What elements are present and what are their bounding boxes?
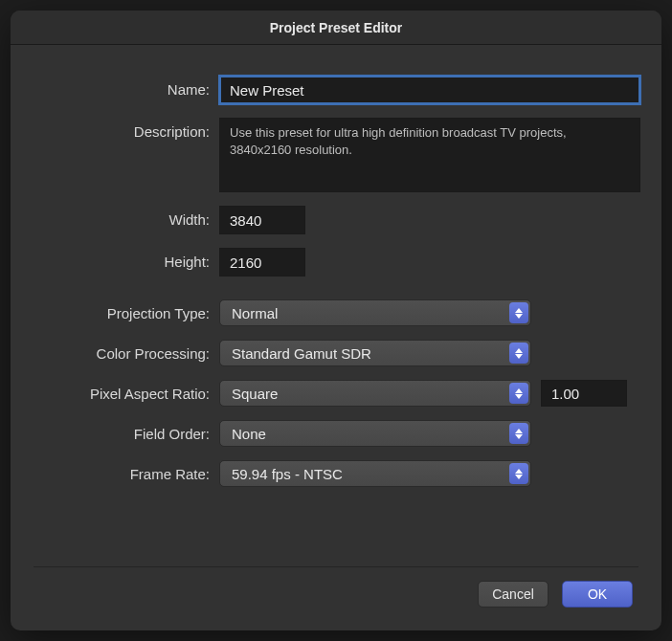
cancel-button-label: Cancel: [492, 586, 534, 602]
pixel-aspect-ratio-value: Square: [232, 386, 278, 402]
svg-marker-1: [515, 314, 523, 319]
description-textarea[interactable]: Use this preset for ultra high definitio…: [219, 118, 640, 192]
field-order-value: None: [232, 426, 266, 442]
label-name: Name:: [34, 76, 219, 98]
dialog-content: Name: Description: Use this preset for u…: [11, 45, 661, 630]
field-width: [219, 206, 638, 234]
svg-marker-6: [515, 429, 523, 433]
updown-icon: [509, 383, 528, 404]
svg-marker-9: [515, 475, 523, 479]
pixel-aspect-value-display[interactable]: 1.00: [541, 380, 627, 407]
label-height: Height:: [34, 248, 219, 270]
divider: [34, 566, 638, 567]
updown-icon: [509, 423, 528, 444]
projection-type-value: Normal: [232, 305, 278, 321]
dialog-footer: Cancel OK: [34, 581, 638, 615]
ok-button-label: OK: [588, 586, 607, 602]
updown-icon: [509, 302, 528, 323]
field-projection-type: Normal: [219, 299, 638, 326]
name-input[interactable]: [219, 76, 640, 104]
label-field-order: Field Order:: [34, 420, 219, 442]
svg-marker-3: [515, 354, 523, 359]
label-description: Description:: [34, 118, 219, 140]
projection-type-select[interactable]: Normal: [219, 299, 531, 326]
updown-icon: [509, 463, 528, 484]
dialog-window: Project Preset Editor Name: Description:…: [11, 11, 661, 630]
row-name: Name:: [34, 76, 638, 104]
height-input[interactable]: [219, 248, 305, 276]
svg-marker-8: [515, 469, 523, 474]
label-pixel-aspect-ratio: Pixel Aspect Ratio:: [34, 380, 219, 402]
field-color-processing: Standard Gamut SDR: [219, 340, 638, 366]
row-color-processing: Color Processing: Standard Gamut SDR: [34, 340, 638, 366]
label-frame-rate: Frame Rate:: [34, 460, 219, 482]
form: Name: Description: Use this preset for u…: [34, 76, 638, 551]
updown-icon: [509, 343, 528, 364]
window-title: Project Preset Editor: [270, 20, 403, 35]
row-projection-type: Projection Type: Normal: [34, 299, 638, 326]
label-color-processing: Color Processing:: [34, 340, 219, 362]
pixel-aspect-ratio-select[interactable]: Square: [219, 380, 531, 407]
svg-marker-2: [515, 348, 523, 353]
row-pixel-aspect-ratio: Pixel Aspect Ratio: Square 1.00: [34, 380, 638, 407]
field-frame-rate: 59.94 fps - NTSC: [219, 460, 638, 487]
row-description: Description: Use this preset for ultra h…: [34, 118, 638, 192]
frame-rate-select[interactable]: 59.94 fps - NTSC: [219, 460, 531, 487]
row-field-order: Field Order: None: [34, 420, 638, 447]
pixel-aspect-value: 1.00: [551, 386, 579, 402]
width-input[interactable]: [219, 206, 305, 234]
frame-rate-value: 59.94 fps - NTSC: [232, 466, 343, 482]
label-width: Width:: [34, 206, 219, 228]
color-processing-select[interactable]: Standard Gamut SDR: [219, 340, 531, 366]
field-description: Use this preset for ultra high definitio…: [219, 118, 640, 192]
label-projection-type: Projection Type:: [34, 299, 219, 321]
field-pixel-aspect-ratio: Square 1.00: [219, 380, 638, 407]
row-frame-rate: Frame Rate: 59.94 fps - NTSC: [34, 460, 638, 487]
svg-marker-7: [515, 434, 523, 439]
field-height: [219, 248, 638, 276]
field-field-order: None: [219, 420, 638, 447]
row-width: Width:: [34, 206, 638, 234]
svg-marker-5: [515, 394, 523, 399]
titlebar: Project Preset Editor: [11, 11, 661, 45]
row-height: Height:: [34, 248, 638, 276]
field-order-select[interactable]: None: [219, 420, 531, 447]
field-name: [219, 76, 640, 104]
color-processing-value: Standard Gamut SDR: [232, 345, 371, 362]
ok-button[interactable]: OK: [562, 581, 633, 608]
svg-marker-4: [515, 388, 523, 393]
cancel-button[interactable]: Cancel: [478, 581, 549, 608]
svg-marker-0: [515, 308, 523, 313]
